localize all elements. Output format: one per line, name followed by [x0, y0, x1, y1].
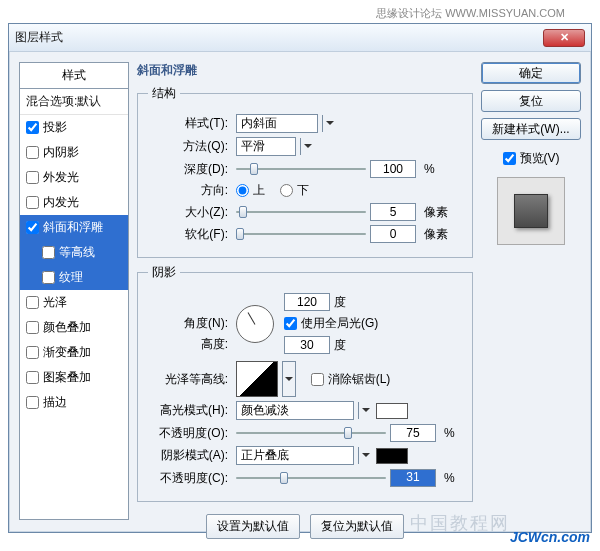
style-checkbox[interactable] [26, 171, 39, 184]
preview-label: 预览(V) [520, 150, 560, 167]
style-item-6[interactable]: 纹理 [20, 265, 128, 290]
depth-slider[interactable] [236, 162, 366, 176]
bevel-panel: 斜面和浮雕 结构 样式(T): 内斜面 方法(Q): 平滑 深度(D): [137, 62, 473, 520]
shadow-opacity-input[interactable]: 31 [390, 469, 436, 487]
reset-button[interactable]: 复位 [481, 90, 581, 112]
style-item-11[interactable]: 描边 [20, 390, 128, 415]
size-slider[interactable] [236, 205, 366, 219]
titlebar[interactable]: 图层样式 ✕ [9, 24, 591, 52]
style-item-8[interactable]: 颜色叠加 [20, 315, 128, 340]
shadow-mode-label: 阴影模式(A): [148, 447, 228, 464]
make-default-button[interactable]: 设置为默认值 [206, 514, 300, 539]
style-item-7[interactable]: 光泽 [20, 290, 128, 315]
style-item-10[interactable]: 图案叠加 [20, 365, 128, 390]
shadow-color-swatch[interactable] [376, 448, 408, 464]
highlight-opacity-slider[interactable] [236, 426, 386, 440]
reset-default-button[interactable]: 复位为默认值 [310, 514, 404, 539]
style-item-label: 内发光 [43, 194, 79, 211]
technique-select[interactable]: 平滑 [236, 137, 296, 156]
shadow-mode-select[interactable]: 正片叠底 [236, 446, 354, 465]
direction-label: 方向: [148, 182, 228, 199]
panel-title: 斜面和浮雕 [137, 62, 473, 79]
highlight-mode-select[interactable]: 颜色减淡 [236, 401, 354, 420]
new-style-button[interactable]: 新建样式(W)... [481, 118, 581, 140]
style-checkbox[interactable] [26, 296, 39, 309]
style-item-label: 颜色叠加 [43, 319, 91, 336]
soften-input[interactable] [370, 225, 416, 243]
dialog-buttons: 确定 复位 新建样式(W)... 预览(V) [481, 62, 581, 520]
style-label: 样式(T): [148, 115, 228, 132]
direction-down-radio[interactable] [280, 184, 293, 197]
style-item-1[interactable]: 内阴影 [20, 140, 128, 165]
style-item-label: 内阴影 [43, 144, 79, 161]
gloss-contour-picker[interactable] [236, 361, 278, 397]
preview-checkbox[interactable] [503, 152, 516, 165]
style-checkbox[interactable] [26, 221, 39, 234]
angle-label: 角度(N): [148, 315, 228, 332]
style-checkbox[interactable] [26, 396, 39, 409]
styles-header[interactable]: 样式 [20, 63, 128, 89]
direction-up-radio[interactable] [236, 184, 249, 197]
depth-label: 深度(D): [148, 161, 228, 178]
style-item-3[interactable]: 内发光 [20, 190, 128, 215]
style-dropdown-icon[interactable] [322, 115, 336, 132]
preview-thumbnail [497, 177, 565, 245]
global-light-checkbox[interactable] [284, 317, 297, 330]
highlight-opacity-label: 不透明度(O): [148, 425, 228, 442]
direction-down-label: 下 [297, 182, 309, 199]
soften-label: 软化(F): [148, 226, 228, 243]
gloss-dropdown-icon[interactable] [282, 361, 296, 397]
watermark-top: 思缘设计论坛 WWW.MISSYUAN.COM [376, 6, 565, 21]
style-checkbox[interactable] [26, 321, 39, 334]
technique-dropdown-icon[interactable] [300, 138, 314, 155]
style-item-label: 等高线 [59, 244, 95, 261]
style-checkbox[interactable] [42, 271, 55, 284]
style-checkbox[interactable] [26, 146, 39, 159]
style-item-9[interactable]: 渐变叠加 [20, 340, 128, 365]
dialog-title: 图层样式 [15, 29, 543, 46]
angle-input[interactable] [284, 293, 330, 311]
shadow-dropdown-icon[interactable] [358, 447, 372, 464]
angle-dial[interactable] [236, 305, 274, 343]
size-label: 大小(Z): [148, 204, 228, 221]
style-checkbox[interactable] [26, 346, 39, 359]
style-checkbox[interactable] [42, 246, 55, 259]
size-input[interactable] [370, 203, 416, 221]
percent-label: % [444, 426, 455, 440]
blend-options-row[interactable]: 混合选项:默认 [20, 89, 128, 115]
structure-group: 结构 样式(T): 内斜面 方法(Q): 平滑 深度(D): [137, 85, 473, 258]
style-item-label: 斜面和浮雕 [43, 219, 103, 236]
style-item-label: 外发光 [43, 169, 79, 186]
depth-input[interactable] [370, 160, 416, 178]
style-item-label: 投影 [43, 119, 67, 136]
shading-group: 阴影 角度(N): 度 使用全局光(G) [137, 264, 473, 502]
style-checkbox[interactable] [26, 196, 39, 209]
watermark-cn: 中国教程网 [410, 511, 510, 535]
style-item-label: 渐变叠加 [43, 344, 91, 361]
shadow-opacity-slider[interactable] [236, 471, 386, 485]
antialias-checkbox[interactable] [311, 373, 324, 386]
style-item-4[interactable]: 斜面和浮雕 [20, 215, 128, 240]
shading-legend: 阴影 [148, 264, 180, 281]
technique-label: 方法(Q): [148, 138, 228, 155]
pixel-label: 像素 [424, 226, 448, 243]
style-checkbox[interactable] [26, 121, 39, 134]
degree-label: 度 [334, 337, 346, 354]
highlight-opacity-input[interactable] [390, 424, 436, 442]
watermark-logo: JCWcn.com [510, 529, 590, 545]
style-item-2[interactable]: 外发光 [20, 165, 128, 190]
styles-list: 样式 混合选项:默认 投影内阴影外发光内发光斜面和浮雕等高线纹理光泽颜色叠加渐变… [19, 62, 129, 520]
degree-label: 度 [334, 294, 346, 311]
layer-style-dialog: 图层样式 ✕ 样式 混合选项:默认 投影内阴影外发光内发光斜面和浮雕等高线纹理光… [8, 23, 592, 533]
highlight-color-swatch[interactable] [376, 403, 408, 419]
style-select[interactable]: 内斜面 [236, 114, 318, 133]
close-button[interactable]: ✕ [543, 29, 585, 47]
style-checkbox[interactable] [26, 371, 39, 384]
altitude-input[interactable] [284, 336, 330, 354]
style-item-5[interactable]: 等高线 [20, 240, 128, 265]
style-item-0[interactable]: 投影 [20, 115, 128, 140]
highlight-dropdown-icon[interactable] [358, 402, 372, 419]
soften-slider[interactable] [236, 227, 366, 241]
structure-legend: 结构 [148, 85, 180, 102]
ok-button[interactable]: 确定 [481, 62, 581, 84]
